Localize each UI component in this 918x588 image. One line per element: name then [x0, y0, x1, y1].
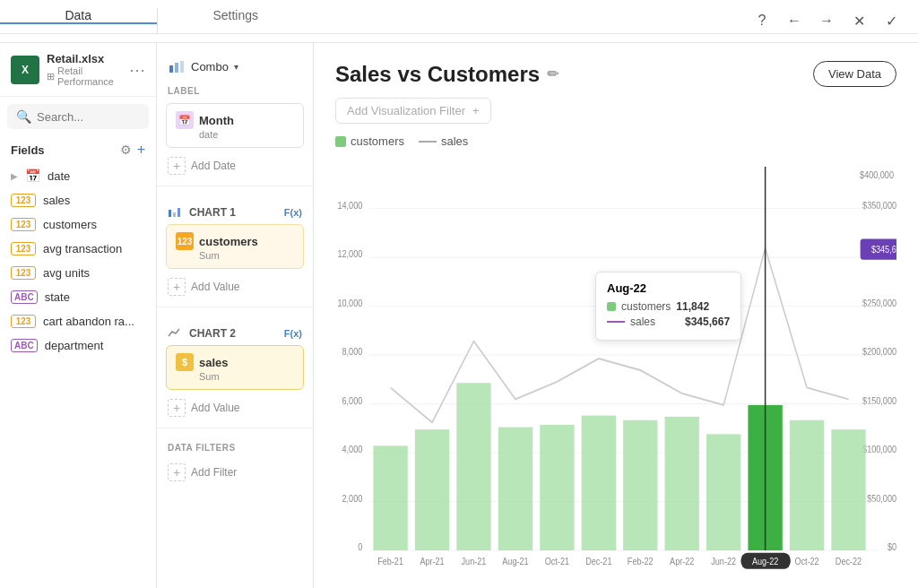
tooltip-sales-row: sales $345,667 [607, 316, 730, 328]
add-date-button[interactable]: + Add Date [157, 153, 313, 178]
filters-label: DATA FILTERS [157, 439, 313, 460]
date-field-icon: 📅 [176, 111, 194, 129]
svg-text:Apr-21: Apr-21 [420, 556, 444, 566]
svg-text:12,000: 12,000 [338, 248, 363, 259]
tooltip-sales-dot [607, 321, 625, 323]
svg-text:$200,000: $200,000 [862, 346, 896, 357]
help-icon[interactable]: ? [749, 8, 775, 33]
chart2-sales-card[interactable]: $ sales Sum [166, 345, 304, 390]
legend-sales-line [419, 141, 437, 143]
svg-text:$50,000: $50,000 [867, 493, 896, 504]
svg-text:Oct-21: Oct-21 [545, 556, 569, 566]
field-date[interactable]: ▶ 📅 date [0, 163, 156, 188]
combo-selector[interactable]: Combo ▾ [157, 54, 313, 82]
field-type-avgu: 123 [11, 266, 36, 280]
edit-title-icon[interactable]: ✏ [547, 65, 559, 82]
search-input[interactable] [37, 110, 140, 124]
field-cart-abandon[interactable]: 123 cart abandon ra... [0, 309, 156, 333]
field-avg-units[interactable]: 123 avg units [0, 261, 156, 285]
filter-placeholder-text: Add Visualization Filter [347, 104, 465, 117]
tooltip-sales-value: $345,667 [685, 316, 730, 328]
tooltip-customers-row: customers 11,842 [607, 300, 730, 313]
svg-text:Aug-22: Aug-22 [752, 556, 778, 566]
chart1-add-plus-icon: + [168, 278, 186, 296]
schema-icon[interactable]: ⚙ [120, 143, 132, 157]
field-type-customers: 123 [11, 218, 36, 231]
close-icon[interactable]: ✕ [846, 8, 871, 33]
file-name: Retail.xlsx [47, 52, 122, 65]
svg-rect-36 [582, 416, 616, 550]
svg-text:Jun-22: Jun-22 [711, 556, 736, 566]
chart-main-title: Sales vs Customers [335, 62, 540, 87]
add-filter-plus-icon: + [168, 463, 186, 481]
field-avgt-label: avg transaction [43, 242, 122, 255]
chart2-line-icon [168, 325, 184, 342]
check-icon[interactable]: ✓ [879, 8, 904, 33]
chart1-add-value-button[interactable]: + Add Value [157, 274, 313, 299]
chart2-fx-button[interactable]: F(x) [284, 328, 302, 339]
date-card[interactable]: 📅 Month date [166, 103, 304, 148]
search-icon: 🔍 [16, 109, 31, 124]
svg-text:$100,000: $100,000 [862, 444, 896, 454]
date-card-sub: date [199, 129, 294, 140]
svg-rect-2 [180, 61, 184, 73]
svg-rect-33 [456, 383, 490, 550]
forward-icon[interactable]: → [814, 8, 839, 33]
back-icon[interactable]: ← [782, 8, 807, 33]
chart2-add-label: Add Value [191, 402, 240, 414]
tooltip-customers-dot [607, 302, 616, 311]
date-icon: 📅 [25, 169, 40, 183]
chart1-header: CHART 1 F(x) [157, 201, 313, 224]
tooltip-customers-value: 11,842 [676, 300, 709, 313]
svg-text:Dec-22: Dec-22 [836, 556, 862, 566]
file-subtitle: ⊞ Retail Performance [47, 65, 122, 87]
add-visualization-filter[interactable]: Add Visualization Filter + [335, 98, 491, 124]
date-card-title: Month [199, 114, 234, 127]
field-type-cart: 123 [11, 315, 36, 328]
add-filter-button[interactable]: + Add Filter [157, 460, 313, 485]
field-date-label: date [48, 169, 70, 183]
add-field-icon[interactable]: + [137, 142, 145, 158]
svg-text:4,000: 4,000 [342, 444, 363, 454]
svg-text:$250,000: $250,000 [862, 298, 896, 308]
svg-text:0: 0 [358, 541, 362, 552]
customers-value-sub: Sum [199, 250, 294, 261]
svg-text:Oct-22: Oct-22 [794, 556, 818, 566]
field-sales[interactable]: 123 sales [0, 188, 156, 212]
chart1-fx-button[interactable]: F(x) [284, 207, 302, 218]
field-state[interactable]: ABC state [0, 285, 156, 309]
tab-data[interactable]: Data [0, 8, 157, 24]
svg-text:2,000: 2,000 [342, 493, 363, 504]
customers-value-icon: 123 [176, 232, 194, 250]
chart1-customers-card[interactable]: 123 customers Sum [166, 224, 304, 269]
field-type-dept: ABC [11, 339, 38, 352]
chart1-title: CHART 1 [189, 206, 279, 219]
field-avgu-label: avg units [43, 266, 90, 280]
svg-text:Feb-21: Feb-21 [377, 556, 403, 566]
field-type-state: ABC [11, 290, 38, 304]
field-customers[interactable]: 123 customers [0, 212, 156, 237]
svg-rect-3 [169, 210, 171, 217]
tooltip-customers-label: customers [621, 300, 671, 313]
view-data-button[interactable]: View Data [813, 61, 896, 87]
svg-text:$0: $0 [888, 541, 896, 552]
chart1-add-label: Add Value [191, 281, 240, 293]
svg-text:$150,000: $150,000 [862, 395, 896, 406]
chart2-add-plus-icon: + [168, 399, 186, 417]
svg-rect-38 [665, 417, 699, 550]
tab-settings[interactable]: Settings [158, 8, 315, 24]
field-avg-transaction[interactable]: 123 avg transaction [0, 237, 156, 261]
field-type-avgt: 123 [11, 242, 36, 255]
field-dept-label: department [45, 339, 104, 352]
chart2-add-value-button[interactable]: + Add Value [157, 395, 313, 420]
chart2-section: CHART 2 F(x) $ sales Sum + Add Value [157, 322, 313, 420]
combo-chevron: ▾ [234, 62, 238, 72]
more-button[interactable]: ⋯ [129, 62, 145, 78]
svg-rect-34 [498, 428, 533, 551]
legend-sales: sales [419, 134, 468, 148]
customers-value-title: customers [199, 235, 258, 248]
svg-rect-5 [178, 208, 180, 217]
excel-letter: X [22, 64, 29, 76]
field-department[interactable]: ABC department [0, 333, 156, 358]
legend-customers-label: customers [351, 134, 404, 148]
